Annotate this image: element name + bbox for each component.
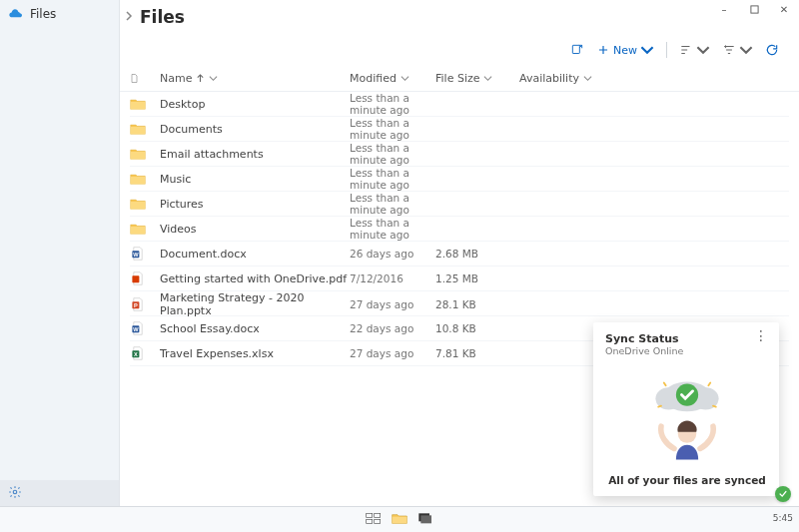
file-type-icon: W [130, 321, 160, 335]
file-modified: 7/12/2016 [350, 272, 435, 284]
file-type-icon [130, 271, 160, 285]
file-modified: Less than a minute ago [350, 217, 435, 241]
svg-rect-3 [131, 102, 146, 109]
svg-rect-4 [131, 127, 146, 134]
file-type-icon [130, 197, 160, 211]
file-name: Videos [160, 223, 350, 236]
filter-button[interactable] [722, 43, 753, 57]
file-name: Pictures [160, 198, 350, 211]
file-size: 1.25 MB [435, 272, 519, 284]
svg-text:W: W [133, 252, 139, 258]
sidebar-item-files[interactable]: Files [0, 0, 119, 28]
sync-subtitle: OneDrive Online [605, 345, 683, 356]
file-modified: 22 days ago [350, 322, 435, 334]
gear-icon [8, 485, 22, 502]
svg-rect-29 [420, 515, 431, 523]
file-modified: Less than a minute ago [350, 142, 435, 166]
file-name: Desktop [160, 98, 350, 111]
file-type-icon [130, 172, 160, 186]
file-size: 2.68 MB [435, 248, 519, 260]
column-availability-label: Availability [519, 72, 579, 85]
svg-text:W: W [133, 326, 139, 332]
chevron-down-icon [483, 74, 492, 83]
svg-point-1 [13, 490, 17, 494]
file-modified: 26 days ago [350, 248, 435, 260]
column-availability-header[interactable]: Availability [519, 72, 609, 85]
column-name-header[interactable]: Name [160, 72, 350, 85]
svg-rect-26 [375, 519, 381, 523]
chevron-down-icon [583, 74, 592, 83]
more-icon[interactable]: ⋮ [754, 332, 769, 356]
file-type-icon [130, 97, 160, 111]
toolbar-separator [666, 42, 667, 58]
minimize-button[interactable]: – [709, 0, 739, 18]
window-controls: – ✕ [709, 0, 799, 18]
svg-rect-2 [572, 45, 579, 53]
chevron-down-icon [400, 74, 409, 83]
file-modified: Less than a minute ago [350, 117, 435, 141]
chevron-right-icon [124, 10, 134, 24]
sidebar-files-label: Files [30, 7, 56, 21]
file-type-icon: P [130, 297, 160, 311]
sync-ok-badge[interactable] [775, 486, 791, 502]
column-icon-header[interactable] [130, 72, 160, 85]
file-name: Document.docx [160, 248, 350, 261]
column-size-header[interactable]: File Size [435, 72, 519, 85]
column-size-label: File Size [435, 72, 479, 85]
svg-rect-0 [750, 5, 757, 12]
sync-illustration [605, 356, 769, 474]
sync-status-panel: Sync Status OneDrive Online ⋮ All of you… [593, 322, 779, 496]
onedrive-cloud-icon [8, 6, 24, 22]
file-row[interactable]: MusicLess than a minute ago [130, 167, 789, 192]
sidebar-settings[interactable] [0, 480, 119, 506]
new-button[interactable]: New [596, 43, 654, 57]
file-name: Music [160, 173, 350, 186]
file-row[interactable]: PicturesLess than a minute ago [130, 192, 789, 217]
file-name: Travel Expenses.xlsx [160, 347, 350, 360]
svg-rect-25 [367, 519, 373, 523]
file-type-icon [130, 222, 160, 236]
file-name: School Essay.docx [160, 322, 350, 335]
file-modified: Less than a minute ago [350, 167, 435, 191]
column-name-label: Name [160, 72, 192, 85]
share-button[interactable] [570, 43, 584, 57]
column-modified-header[interactable]: Modified [350, 72, 435, 85]
file-row[interactable]: WDocument.docx26 days ago2.68 MB [130, 242, 789, 266]
svg-rect-23 [367, 513, 373, 517]
svg-rect-11 [132, 275, 139, 282]
svg-text:P: P [134, 302, 138, 308]
chevron-down-icon [209, 74, 218, 83]
file-size: 7.81 KB [435, 347, 519, 359]
svg-rect-5 [131, 152, 146, 159]
file-modified: 27 days ago [350, 347, 435, 359]
file-row[interactable]: DocumentsLess than a minute ago [130, 117, 789, 142]
file-type-icon [130, 122, 160, 136]
header: Files [120, 0, 799, 28]
svg-rect-7 [131, 202, 146, 209]
taskbar-clock[interactable]: 5:45 [773, 506, 793, 532]
sort-button[interactable] [679, 43, 710, 57]
close-button[interactable]: ✕ [769, 0, 799, 18]
toolbar: New [120, 34, 799, 66]
file-row[interactable]: DesktopLess than a minute ago [130, 92, 789, 117]
taskbar-app-icon[interactable] [417, 511, 433, 528]
file-row[interactable]: Email attachmentsLess than a minute ago [130, 142, 789, 167]
taskbar: 5:45 [0, 506, 799, 532]
taskbar-file-explorer-icon[interactable] [392, 511, 407, 528]
file-size: 28.1 KB [435, 298, 519, 310]
maximize-button[interactable] [739, 0, 769, 18]
file-row[interactable]: VideosLess than a minute ago [130, 217, 789, 242]
page-title: Files [140, 7, 185, 27]
sync-message: All of your files are synced [605, 474, 769, 488]
taskbar-task-view-icon[interactable] [366, 511, 382, 528]
file-modified: Less than a minute ago [350, 192, 435, 216]
svg-rect-24 [375, 513, 381, 517]
file-row[interactable]: Getting started with OneDrive.pdf7/12/20… [130, 266, 789, 291]
refresh-button[interactable] [765, 43, 779, 57]
file-type-icon: X [130, 346, 160, 360]
file-type-icon [130, 147, 160, 161]
file-type-icon: W [130, 247, 160, 261]
new-button-label: New [613, 44, 637, 57]
file-row[interactable]: PMarketing Strategy - 2020 Plan.pptx27 d… [130, 291, 789, 316]
column-headers: Name Modified File Size Availability [120, 66, 799, 92]
